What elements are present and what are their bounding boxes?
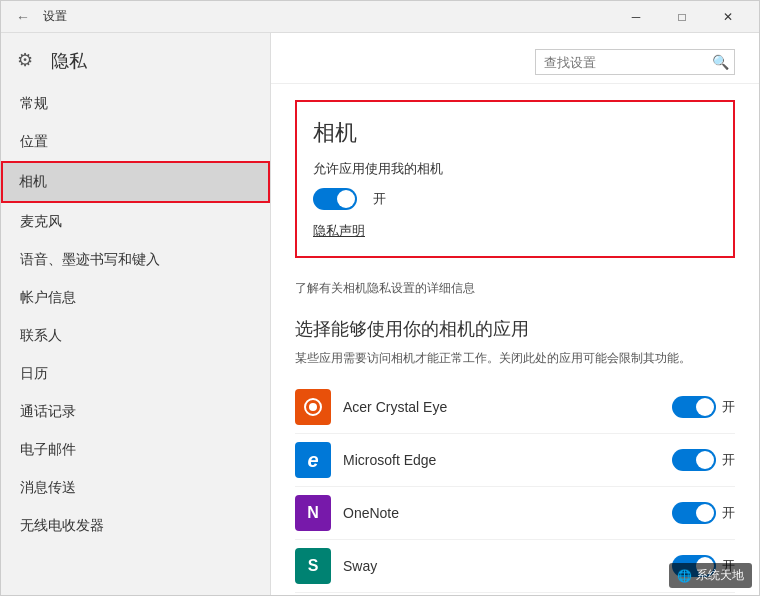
app-row-edge: e Microsoft Edge 开: [295, 434, 735, 487]
right-content: 🔍 相机 允许应用使用我的相机 开 隐私声明 了解有关相机隐私设置的详细信息 选…: [271, 33, 759, 595]
maximize-button[interactable]: □: [659, 1, 705, 33]
sidebar-item-contacts[interactable]: 联系人: [1, 317, 270, 355]
privacy-link[interactable]: 隐私声明: [313, 222, 717, 240]
sidebar-item-calendar[interactable]: 日历: [1, 355, 270, 393]
onenote-toggle[interactable]: [672, 502, 716, 524]
watermark-globe-icon: 🌐: [677, 569, 692, 583]
sidebar-header: ⚙ 隐私: [1, 33, 270, 85]
back-button[interactable]: ←: [9, 3, 37, 31]
camera-title: 相机: [313, 118, 717, 148]
title-bar: ← 设置 ─ □ ✕: [1, 1, 759, 33]
camera-section: 相机 允许应用使用我的相机 开 隐私声明: [295, 100, 735, 258]
sidebar: ⚙ 隐私 常规 位置 相机 麦克风 语音、墨迹书写和键入: [1, 33, 271, 595]
sidebar-item-general[interactable]: 常规: [1, 85, 270, 123]
window-controls: ─ □ ✕: [613, 1, 751, 33]
sidebar-item-speech[interactable]: 语音、墨迹书写和键入: [1, 241, 270, 279]
right-header: 🔍: [271, 33, 759, 84]
app-row-acer: Acer Crystal Eye 开: [295, 381, 735, 434]
sidebar-item-location[interactable]: 位置: [1, 123, 270, 161]
camera-allow-label: 允许应用使用我的相机: [313, 160, 717, 178]
search-input[interactable]: [544, 55, 712, 70]
edge-app-name: Microsoft Edge: [343, 452, 672, 468]
sidebar-item-radio[interactable]: 无线电收发器: [1, 507, 270, 545]
main-content: ⚙ 隐私 常规 位置 相机 麦克风 语音、墨迹书写和键入: [1, 33, 759, 595]
acer-toggle-label: 开: [722, 398, 735, 416]
watermark-text: 系统天地: [696, 567, 744, 584]
edge-toggle-label: 开: [722, 451, 735, 469]
apps-description: 某些应用需要访问相机才能正常工作。关闭此处的应用可能会限制其功能。: [295, 349, 735, 367]
sidebar-item-messaging[interactable]: 消息传送: [1, 469, 270, 507]
svg-point-1: [309, 403, 317, 411]
minimize-button[interactable]: ─: [613, 1, 659, 33]
sidebar-item-account[interactable]: 帐户信息: [1, 279, 270, 317]
sidebar-nav: 常规 位置 相机 麦克风 语音、墨迹书写和键入 帐户信息 联系人: [1, 85, 270, 545]
onenote-icon: N: [295, 495, 331, 531]
sway-app-name: Sway: [343, 558, 672, 574]
close-button[interactable]: ✕: [705, 1, 751, 33]
acer-app-name: Acer Crystal Eye: [343, 399, 672, 415]
sidebar-title: 隐私: [51, 49, 87, 73]
onenote-app-name: OneNote: [343, 505, 672, 521]
sidebar-item-calllog[interactable]: 通话记录: [1, 393, 270, 431]
sway-icon: S: [295, 548, 331, 584]
sidebar-item-camera[interactable]: 相机: [1, 161, 270, 203]
acer-icon: [295, 389, 331, 425]
sidebar-item-microphone[interactable]: 麦克风: [1, 203, 270, 241]
app-row-onenote: N OneNote 开: [295, 487, 735, 540]
gear-icon: ⚙: [17, 49, 41, 73]
watermark: 🌐 系统天地: [669, 563, 752, 588]
camera-toggle-row: 开: [313, 188, 717, 210]
edge-icon: e: [295, 442, 331, 478]
search-box[interactable]: 🔍: [535, 49, 735, 75]
edge-toggle[interactable]: [672, 449, 716, 471]
window-title: 设置: [43, 8, 613, 25]
apps-section: 选择能够使用你的相机的应用 某些应用需要访问相机才能正常工作。关闭此处的应用可能…: [271, 309, 759, 595]
settings-window: ← 设置 ─ □ ✕ ⚙ 隐私 常规 位置 相机: [0, 0, 760, 596]
camera-toggle-label: 开: [373, 190, 386, 208]
search-icon: 🔍: [712, 54, 729, 70]
onenote-toggle-label: 开: [722, 504, 735, 522]
camera-detail-link[interactable]: 了解有关相机隐私设置的详细信息: [271, 274, 759, 309]
apps-title: 选择能够使用你的相机的应用: [295, 317, 735, 341]
sidebar-item-email[interactable]: 电子邮件: [1, 431, 270, 469]
acer-toggle[interactable]: [672, 396, 716, 418]
camera-toggle[interactable]: [313, 188, 357, 210]
